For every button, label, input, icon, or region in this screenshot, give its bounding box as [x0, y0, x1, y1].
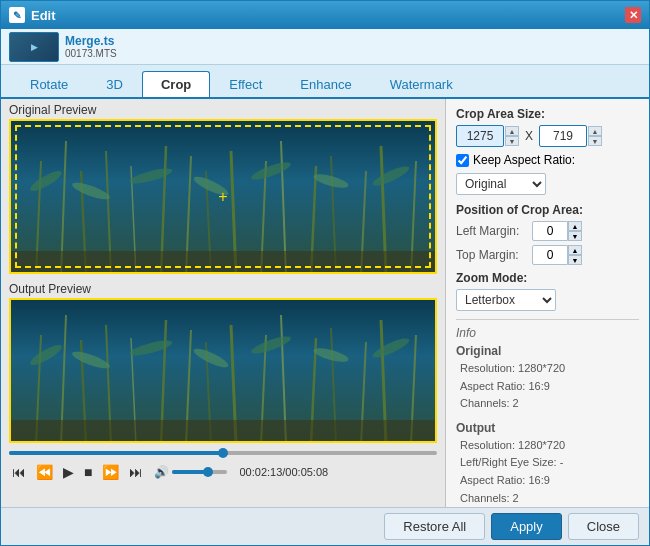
left-panel: Original Preview	[1, 99, 446, 507]
file-name: Merge.ts	[65, 34, 117, 48]
tab-3d[interactable]: 3D	[87, 71, 142, 97]
controls-row: ⏮ ⏪ ▶ ■ ⏩ ⏭ 🔊 00:02:13/00:05:08	[1, 459, 445, 485]
width-spinner: ▲ ▼	[456, 125, 519, 147]
info-section: Info Original Resolution: 1280*720 Aspec…	[456, 319, 639, 507]
out-aspect: Aspect Ratio: 16:9	[456, 472, 639, 490]
apply-button[interactable]: Apply	[491, 513, 562, 540]
output-preview	[9, 298, 437, 443]
orig-aspect: Aspect Ratio: 16:9	[456, 378, 639, 396]
file-bar: ▶ Merge.ts 00173.MTS	[1, 29, 649, 65]
left-margin-input[interactable]	[532, 221, 568, 241]
original-subsection-title: Original	[456, 344, 639, 358]
left-margin-down[interactable]: ▼	[568, 231, 582, 241]
x-separator: X	[525, 129, 533, 143]
top-margin-label: Top Margin:	[456, 248, 526, 262]
zoom-dropdown-row: Letterbox Pan & Scan Full	[456, 289, 639, 311]
progress-thumb[interactable]	[218, 448, 228, 458]
output-video-bg	[11, 300, 435, 441]
top-margin-spin-btns: ▲ ▼	[568, 245, 582, 265]
width-input[interactable]	[456, 125, 504, 147]
output-preview-label: Output Preview	[1, 278, 445, 298]
crop-area-size-label: Crop Area Size:	[456, 107, 639, 121]
progress-bar-container	[1, 447, 445, 459]
top-margin-down[interactable]: ▼	[568, 255, 582, 265]
stop-button[interactable]: ■	[81, 463, 95, 481]
width-spin-down[interactable]: ▼	[505, 136, 519, 146]
tab-rotate[interactable]: Rotate	[11, 71, 87, 97]
tab-effect[interactable]: Effect	[210, 71, 281, 97]
file-info: Merge.ts 00173.MTS	[65, 34, 117, 59]
left-margin-label: Left Margin:	[456, 224, 526, 238]
volume-track[interactable]	[172, 470, 227, 474]
height-spinner: ▲ ▼	[539, 125, 602, 147]
top-margin-up[interactable]: ▲	[568, 245, 582, 255]
left-margin-spin-btns: ▲ ▼	[568, 221, 582, 241]
window-title: Edit	[31, 8, 625, 23]
height-input[interactable]	[539, 125, 587, 147]
zoom-label: Zoom Mode:	[456, 271, 639, 285]
right-panel: Crop Area Size: ▲ ▼ X ▲ ▼	[446, 99, 649, 507]
skip-forward-button[interactable]: ⏭	[126, 463, 146, 481]
height-spin-down[interactable]: ▼	[588, 136, 602, 146]
output-info: Output Resolution: 1280*720 Left/Right E…	[456, 421, 639, 507]
time-display: 00:02:13/00:05:08	[239, 466, 328, 478]
svg-rect-25	[11, 300, 435, 441]
out-resolution: Resolution: 1280*720	[456, 437, 639, 455]
volume-section: 🔊	[154, 465, 227, 479]
tab-enhance[interactable]: Enhance	[281, 71, 370, 97]
zoom-dropdown[interactable]: Letterbox Pan & Scan Full	[456, 289, 556, 311]
top-margin-spinner: ▲ ▼	[532, 245, 582, 265]
close-button-bottom[interactable]: Close	[568, 513, 639, 540]
svg-rect-24	[11, 251, 435, 272]
keep-aspect-row: Keep Aspect Ratio:	[456, 153, 639, 167]
restore-all-button[interactable]: Restore All	[384, 513, 485, 540]
left-margin-spinner: ▲ ▼	[532, 221, 582, 241]
left-margin-up[interactable]: ▲	[568, 221, 582, 231]
video-decoration	[11, 121, 435, 272]
window-icon: ✎	[9, 7, 25, 23]
tab-bar: Rotate 3D Crop Effect Enhance Watermark	[1, 65, 649, 99]
left-margin-row: Left Margin: ▲ ▼	[456, 221, 639, 241]
bottom-bar: Restore All Apply Close	[1, 507, 649, 545]
output-video-decoration	[11, 300, 435, 441]
progress-fill	[9, 451, 223, 455]
output-subsection-title: Output	[456, 421, 639, 435]
progress-track[interactable]	[9, 451, 437, 455]
orig-channels: Channels: 2	[456, 395, 639, 413]
keep-aspect-label: Keep Aspect Ratio:	[473, 153, 575, 167]
crop-size-row: ▲ ▼ X ▲ ▼	[456, 125, 639, 147]
file-thumbnail: ▶	[9, 32, 59, 62]
original-info: Original Resolution: 1280*720 Aspect Rat…	[456, 344, 639, 413]
volume-icon: 🔊	[154, 465, 169, 479]
title-bar: ✎ Edit ✕	[1, 1, 649, 29]
play-prev-button[interactable]: ⏪	[33, 463, 56, 481]
height-spin-up[interactable]: ▲	[588, 126, 602, 136]
height-spin-buttons: ▲ ▼	[588, 126, 602, 146]
skip-back-button[interactable]: ⏮	[9, 463, 29, 481]
info-header: Info	[456, 326, 639, 340]
volume-thumb[interactable]	[203, 467, 213, 477]
width-spin-buttons: ▲ ▼	[505, 126, 519, 146]
aspect-dropdown-row: Original 16:9 4:3 1:1	[456, 173, 639, 195]
tab-watermark[interactable]: Watermark	[371, 71, 472, 97]
top-margin-row: Top Margin: ▲ ▼	[456, 245, 639, 265]
file-subtitle: 00173.MTS	[65, 48, 117, 59]
close-button[interactable]: ✕	[625, 7, 641, 23]
original-preview: +	[9, 119, 437, 274]
svg-rect-0	[11, 121, 435, 272]
original-preview-label: Original Preview	[1, 99, 445, 119]
keep-aspect-checkbox[interactable]	[456, 154, 469, 167]
orig-resolution: Resolution: 1280*720	[456, 360, 639, 378]
width-spin-up[interactable]: ▲	[505, 126, 519, 136]
out-channels: Channels: 2	[456, 490, 639, 507]
aspect-dropdown[interactable]: Original 16:9 4:3 1:1	[456, 173, 546, 195]
main-content: Original Preview	[1, 99, 649, 507]
out-eye-size: Left/Right Eye Size: -	[456, 454, 639, 472]
play-button[interactable]: ▶	[60, 463, 77, 481]
position-label: Position of Crop Area:	[456, 203, 639, 217]
tab-crop[interactable]: Crop	[142, 71, 210, 97]
play-next-button[interactable]: ⏩	[99, 463, 122, 481]
original-video-bg	[11, 121, 435, 272]
edit-window: ✎ Edit ✕ ▶ Merge.ts 00173.MTS Rotate 3D …	[0, 0, 650, 546]
top-margin-input[interactable]	[532, 245, 568, 265]
